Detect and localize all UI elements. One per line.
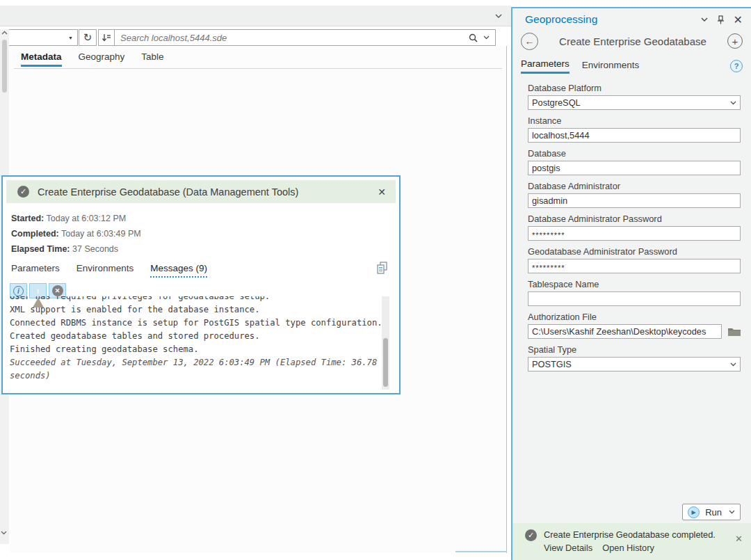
field-database-platform: Database Platform PostgreSQL xyxy=(528,83,741,110)
tool-parameters-form: Database Platform PostgreSQL Instance Da… xyxy=(512,74,751,371)
scrollbar-thumb[interactable] xyxy=(383,338,388,387)
dialog-close-icon[interactable]: ✕ xyxy=(378,186,386,198)
scrollbar-thumb[interactable] xyxy=(2,40,7,93)
message-line: Created geodatabase tables and stored pr… xyxy=(10,330,382,343)
back-arrow-icon: ← xyxy=(525,35,535,47)
field-label: Database Platform xyxy=(528,83,741,93)
search-input[interactable] xyxy=(115,33,469,43)
info-icon: i xyxy=(13,286,24,296)
dialog-header: ✓ Create Enterprise Geodatabase (Data Ma… xyxy=(6,180,396,203)
database-input[interactable] xyxy=(528,161,741,175)
elapsed-value: 37 Seconds xyxy=(72,244,118,254)
dialog-tab-environments[interactable]: Environments xyxy=(76,263,134,278)
field-label: Spatial Type xyxy=(528,344,741,355)
field-label: Geodatabase Administrator Password xyxy=(528,246,741,257)
pane-menu-chevron-icon[interactable] xyxy=(495,14,502,19)
database-administrator-password-input[interactable] xyxy=(528,226,741,241)
copy-messages-icon[interactable] xyxy=(376,262,388,274)
dialog-tabs: Parameters Environments Messages (9) xyxy=(11,263,391,278)
panel-tabs: Parameters Environments ? xyxy=(512,51,751,74)
refresh-button[interactable]: ↻ xyxy=(79,29,97,46)
add-to-project-button[interactable]: + xyxy=(727,33,743,49)
chevron-down-icon xyxy=(730,101,736,105)
field-authorization-file: Authorization File xyxy=(528,312,741,339)
panel-tab-environments[interactable]: Environments xyxy=(582,60,640,73)
tab-geography[interactable]: Geography xyxy=(79,51,125,67)
field-label: Authorization File xyxy=(528,312,741,322)
run-button[interactable]: ▶ Run xyxy=(682,504,741,520)
elapsed-label: Elapsed Time: xyxy=(11,244,70,254)
field-database-administrator-password: Database Administrator Password xyxy=(528,214,741,241)
view-tabs: Metadata Geography Table xyxy=(10,46,506,67)
panel-menu-chevron-icon[interactable] xyxy=(701,17,708,22)
panel-tab-parameters[interactable]: Parameters xyxy=(521,58,570,74)
database-platform-select[interactable]: PostgreSQL xyxy=(528,95,741,110)
open-history-link[interactable]: Open History xyxy=(602,543,654,553)
field-instance: Instance xyxy=(528,115,741,143)
dialog-tab-parameters[interactable]: Parameters xyxy=(11,263,60,278)
instance-input[interactable] xyxy=(528,128,741,143)
error-icon: ✕ xyxy=(52,285,63,296)
search-icon[interactable] xyxy=(469,33,478,42)
message-line: Finished creating geodatabase schema. xyxy=(10,343,382,356)
bottom-accent-line xyxy=(455,551,507,552)
view-details-link[interactable]: View Details xyxy=(544,543,592,553)
succeeded-message: Succeeded at Tuesday, September 13, 2022… xyxy=(10,356,382,383)
scroll-down-icon[interactable] xyxy=(1,531,7,535)
warning-icon: ! xyxy=(33,286,44,296)
panel-close-icon[interactable]: ✕ xyxy=(734,13,743,26)
browse-folder-icon[interactable] xyxy=(727,326,741,337)
notification-close-icon[interactable]: ✕ xyxy=(735,534,743,544)
field-label: Instance xyxy=(528,115,741,126)
completed-row: Completed: Today at 6:03:49 PM xyxy=(11,226,391,241)
sort-button[interactable] xyxy=(99,30,115,45)
chevron-down-icon xyxy=(730,362,736,367)
tab-table[interactable]: Table xyxy=(141,51,163,67)
field-tablespace-name: Tablespace Name xyxy=(528,279,741,306)
ribbon-collapsed-band xyxy=(0,6,511,26)
started-row: Started: Today at 6:03:12 PM xyxy=(11,211,391,226)
combo-dropdown-icon[interactable]: ▼ xyxy=(68,35,73,40)
tablespace-name-input[interactable] xyxy=(528,291,741,306)
tab-metadata[interactable]: Metadata xyxy=(21,51,62,67)
field-label: Tablespace Name xyxy=(528,279,741,289)
panel-title: Geoprocessing xyxy=(525,13,597,26)
success-check-icon: ✓ xyxy=(17,186,29,198)
message-line: User has required privileges for geodata… xyxy=(10,296,382,303)
selected-value: PostgreSQL xyxy=(532,97,581,108)
message-line: Connected RDBMS instance is setup for Po… xyxy=(10,317,382,330)
play-icon: ▶ xyxy=(688,506,700,518)
completion-notification: ✓ Create Enterprise Geodatabase complete… xyxy=(512,523,751,560)
geoprocessing-panel: Geoprocessing ✕ ← Create Enterprise Geod… xyxy=(511,7,751,560)
spatial-type-select[interactable]: POSTGIS xyxy=(528,357,741,371)
started-value: Today at 6:03:12 PM xyxy=(46,214,126,223)
help-button[interactable]: ? xyxy=(730,60,743,72)
field-label: Database Administrator Password xyxy=(528,214,741,224)
dialog-tab-messages[interactable]: Messages (9) xyxy=(150,263,207,278)
database-administrator-input[interactable] xyxy=(528,193,741,208)
dialog-title: Create Enterprise Geodatabase (Data Mana… xyxy=(38,186,298,198)
field-database: Database xyxy=(528,148,741,175)
selected-value: POSTGIS xyxy=(532,359,572,369)
sort-icon xyxy=(102,33,111,42)
scroll-up-icon[interactable] xyxy=(1,31,8,35)
success-check-icon: ✓ xyxy=(525,529,537,541)
notification-message: Create Enterprise Geodatabase completed. xyxy=(544,529,716,540)
completed-label: Completed: xyxy=(11,229,59,239)
tool-header: ← Create Enterprise Geodatabase + xyxy=(512,31,751,51)
messages-scrollbar[interactable] xyxy=(382,296,389,390)
refresh-icon: ↻ xyxy=(83,31,92,44)
search-options-chevron-icon[interactable] xyxy=(483,35,490,40)
catalog-path-combobox[interactable]: ▼ xyxy=(0,29,78,46)
field-database-administrator: Database Administrator xyxy=(528,181,741,208)
tabs-separator xyxy=(14,68,502,69)
run-options-chevron-icon[interactable] xyxy=(729,510,735,514)
elapsed-row: Elapsed Time: 37 Seconds xyxy=(11,241,391,257)
authorization-file-input[interactable] xyxy=(528,324,722,339)
messages-list: User has required privileges for geodata… xyxy=(10,296,382,390)
pin-icon[interactable] xyxy=(717,15,725,24)
field-label: Database xyxy=(528,148,741,159)
geodatabase-administrator-password-input[interactable] xyxy=(528,259,741,273)
back-button[interactable]: ← xyxy=(521,33,538,50)
plus-icon: + xyxy=(732,35,738,47)
